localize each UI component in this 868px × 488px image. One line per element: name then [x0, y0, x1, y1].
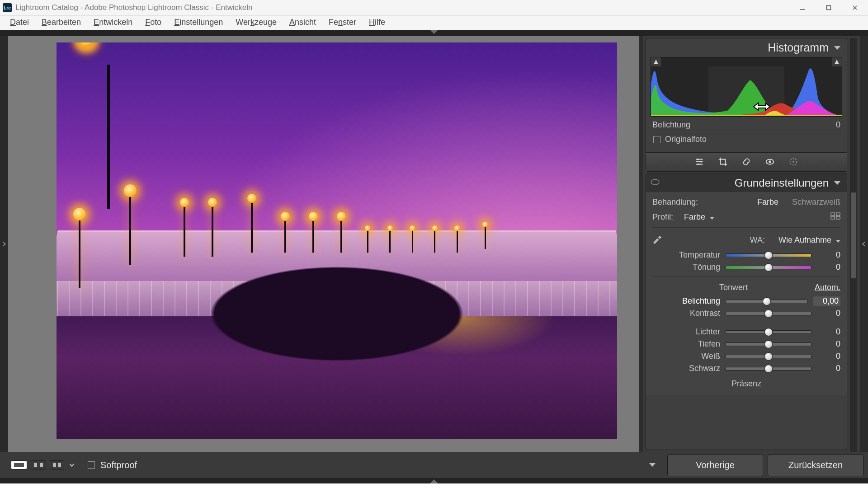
window-titlebar: Lrc Lightroom Catalog - Adobe Photoshop …: [0, 0, 868, 16]
slider-weiß: Weiß0: [652, 350, 840, 362]
view-beforeafter-lr-button[interactable]: [31, 460, 46, 469]
panel-splitter[interactable]: [639, 36, 643, 452]
svg-rect-4: [743, 158, 750, 165]
menu-werkzeuge[interactable]: Werkzeuge: [229, 17, 283, 28]
heal-icon[interactable]: [741, 157, 751, 167]
slider-handle[interactable]: [764, 352, 773, 361]
slider-schwarz: Schwarz0: [652, 362, 840, 375]
menu-datei[interactable]: Datei: [4, 17, 35, 28]
softproof-checkbox[interactable]: [88, 461, 95, 469]
svg-point-1: [697, 159, 699, 160]
slider-value[interactable]: 0: [817, 327, 840, 337]
slider-handle[interactable]: [764, 340, 773, 348]
histogram-drag-cursor-icon: [750, 101, 774, 113]
slider-lichter: Lichter0: [652, 326, 840, 338]
original-photo-label: Originalfoto: [665, 135, 707, 144]
tone-section-title: Tonwert: [652, 283, 815, 292]
slider-value[interactable]: 0: [817, 364, 840, 373]
slider-handle[interactable]: [764, 251, 773, 259]
presence-section-title: Präsenz: [652, 375, 840, 390]
tone-auto-button[interactable]: Autom.: [815, 283, 840, 292]
panel-histogram-header[interactable]: Histogramm: [646, 38, 847, 57]
menu-fenster[interactable]: Fenster: [322, 17, 363, 28]
slider-track[interactable]: [726, 253, 811, 257]
slider-value[interactable]: 0: [817, 250, 840, 260]
filmstrip-expand[interactable]: [0, 478, 868, 483]
svg-rect-13: [836, 213, 840, 216]
slider-label: Lichter: [652, 327, 720, 337]
wb-label: WA:: [750, 235, 765, 245]
slider-handle[interactable]: [764, 263, 773, 272]
slider-handle[interactable]: [764, 310, 773, 318]
menu-hilfe[interactable]: Hilfe: [363, 17, 392, 28]
window-minimize-button[interactable]: [789, 0, 816, 15]
slider-track[interactable]: [726, 355, 811, 358]
treatment-bw-option[interactable]: Schwarzweiß: [792, 197, 840, 207]
redeye-icon[interactable]: [765, 157, 775, 167]
panel-basic-header[interactable]: Grundeinstellungen: [646, 174, 847, 192]
slider-track[interactable]: [726, 266, 811, 269]
slider-handle[interactable]: [764, 365, 773, 373]
image-canvas[interactable]: [8, 36, 639, 452]
slider-value[interactable]: 0,00: [813, 296, 840, 306]
window-close-button[interactable]: [842, 0, 868, 15]
slider-tönung: Tönung0: [652, 261, 840, 273]
svg-rect-14: [831, 216, 835, 219]
svg-point-11: [651, 179, 659, 185]
slider-handle[interactable]: [764, 328, 773, 336]
view-beforeafter-split-button[interactable]: [50, 460, 64, 469]
left-panel-expand[interactable]: [0, 36, 8, 452]
slider-label: Kontrast: [652, 309, 720, 318]
menu-entwickeln[interactable]: Entwickeln: [87, 17, 139, 28]
svg-point-2: [700, 161, 702, 163]
window-title: Lightroom Catalog - Adobe Photoshop Ligh…: [15, 3, 252, 12]
toolbar-options-menu[interactable]: [649, 463, 656, 467]
slider-value[interactable]: 0: [817, 352, 840, 361]
right-panels-scrollbar[interactable]: [850, 38, 857, 452]
preview-image: [57, 42, 617, 439]
top-module-collapse[interactable]: [0, 30, 868, 36]
slider-track[interactable]: [726, 300, 808, 303]
treatment-color-option[interactable]: Farbe: [757, 197, 778, 207]
view-mode-menu[interactable]: [70, 460, 74, 469]
previous-button[interactable]: Vorherige: [667, 454, 763, 476]
histogram-region-label: Belichtung: [652, 120, 690, 130]
menu-bearbeiten[interactable]: Bearbeiten: [35, 17, 87, 28]
slider-value[interactable]: 0: [817, 339, 840, 349]
slider-kontrast: Kontrast0: [652, 307, 840, 319]
profile-label: Profil:: [652, 212, 673, 222]
slider-value[interactable]: 0: [817, 309, 840, 318]
reset-button[interactable]: Zurücksetzen: [768, 454, 863, 476]
slider-label: Belichtung: [652, 296, 720, 306]
slider-handle[interactable]: [763, 297, 771, 305]
panel-visibility-toggle-icon[interactable]: [651, 178, 660, 188]
wb-eyedropper-icon[interactable]: [652, 234, 662, 246]
svg-rect-0: [827, 6, 831, 10]
radial-icon[interactable]: [788, 157, 798, 167]
menu-foto[interactable]: Foto: [139, 17, 168, 28]
crop-icon[interactable]: [718, 157, 728, 167]
treatment-label: Behandlung:: [652, 197, 698, 207]
sliders-icon[interactable]: [694, 157, 704, 167]
menu-ansicht[interactable]: Ansicht: [283, 17, 322, 28]
panel-basic: Grundeinstellungen Behandlung: Farbe Sch…: [646, 174, 847, 450]
menu-einstellungen[interactable]: Einstellungen: [168, 17, 229, 28]
window-maximize-button[interactable]: [816, 0, 842, 15]
svg-point-6: [747, 162, 748, 163]
slider-track[interactable]: [726, 312, 811, 315]
slider-track[interactable]: [726, 367, 811, 371]
slider-track[interactable]: [726, 330, 811, 334]
profile-dropdown[interactable]: Farbe: [684, 212, 714, 222]
profile-browser-icon[interactable]: [830, 212, 840, 222]
right-panel-collapse[interactable]: [860, 36, 868, 452]
svg-rect-15: [836, 216, 840, 219]
wb-dropdown[interactable]: Wie Aufnahme: [778, 235, 840, 245]
original-photo-checkbox[interactable]: [653, 136, 660, 143]
view-loupe-button[interactable]: [11, 460, 27, 469]
svg-point-3: [698, 164, 699, 165]
histogram-display[interactable]: [651, 57, 842, 117]
slider-track[interactable]: [726, 343, 811, 346]
slider-value[interactable]: 0: [817, 263, 840, 272]
scrollbar-thumb[interactable]: [851, 192, 856, 278]
panel-histogram: Histogramm: [646, 38, 847, 172]
